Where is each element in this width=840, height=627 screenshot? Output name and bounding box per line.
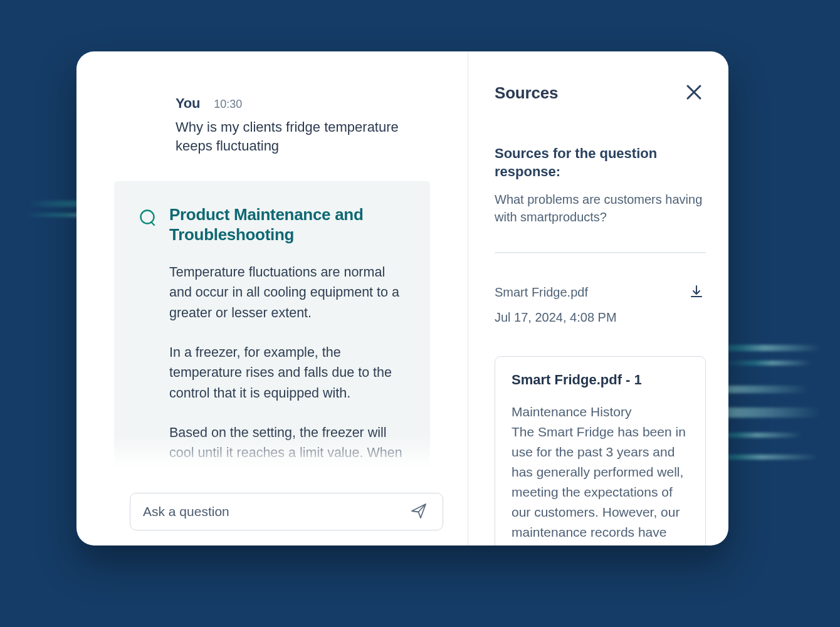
- sources-question: What problems are customers having with …: [495, 191, 706, 226]
- question-input[interactable]: [143, 504, 407, 519]
- divider: [495, 252, 706, 253]
- sources-subheading: Sources for the question response:: [495, 145, 706, 181]
- download-icon: [690, 291, 703, 300]
- answer-body: Temperature fluctuations are normal and …: [139, 262, 405, 470]
- answer-paragraph: Based on the setting, the freezer will c…: [169, 423, 405, 470]
- sources-heading: Sources: [495, 83, 558, 103]
- chat-panel: You 10:30 Why is my clients fridge tempe…: [76, 51, 468, 545]
- send-button[interactable]: [407, 500, 430, 524]
- source-excerpt-line: Maintenance History: [512, 404, 631, 419]
- source-excerpt-text: The Smart Fridge has been in use for the…: [512, 424, 686, 545]
- answer-paragraph: Temperature fluctuations are normal and …: [169, 262, 405, 324]
- user-message-block: You 10:30 Why is my clients fridge tempe…: [114, 95, 430, 155]
- app-card: You 10:30 Why is my clients fridge tempe…: [76, 51, 728, 545]
- question-input-bar[interactable]: [130, 493, 443, 530]
- answer-title: Product Maintenance and Troubleshooting: [169, 205, 405, 244]
- send-icon: [410, 502, 428, 522]
- answer-card: Product Maintenance and Troubleshooting …: [114, 181, 430, 470]
- sources-panel: Sources Sources for the question respons…: [468, 51, 728, 545]
- answer-paragraph: In a freezer, for example, the temperatu…: [169, 342, 405, 404]
- user-label: You: [176, 95, 200, 112]
- message-timestamp: 10:30: [214, 98, 242, 111]
- svg-point-0: [141, 211, 154, 224]
- close-sources-button[interactable]: [682, 80, 706, 106]
- user-message-text: Why is my clients fridge temperature kee…: [176, 118, 401, 155]
- download-source-button[interactable]: [687, 282, 706, 303]
- source-excerpt-body: Maintenance History The Smart Fridge has…: [512, 402, 689, 545]
- source-file-date: Jul 17, 2024, 4:08 PM: [495, 310, 706, 325]
- source-file-row: Smart Fridge.pdf: [495, 282, 706, 303]
- chat-scroll: You 10:30 Why is my clients fridge tempe…: [114, 95, 430, 470]
- source-file-name: Smart Fridge.pdf: [495, 285, 588, 300]
- source-excerpt-title: Smart Fridge.pdf - 1: [512, 372, 689, 388]
- source-excerpt-card[interactable]: Smart Fridge.pdf - 1 Maintenance History…: [495, 356, 706, 545]
- close-icon: [685, 94, 703, 103]
- assistant-avatar-icon: [139, 209, 157, 229]
